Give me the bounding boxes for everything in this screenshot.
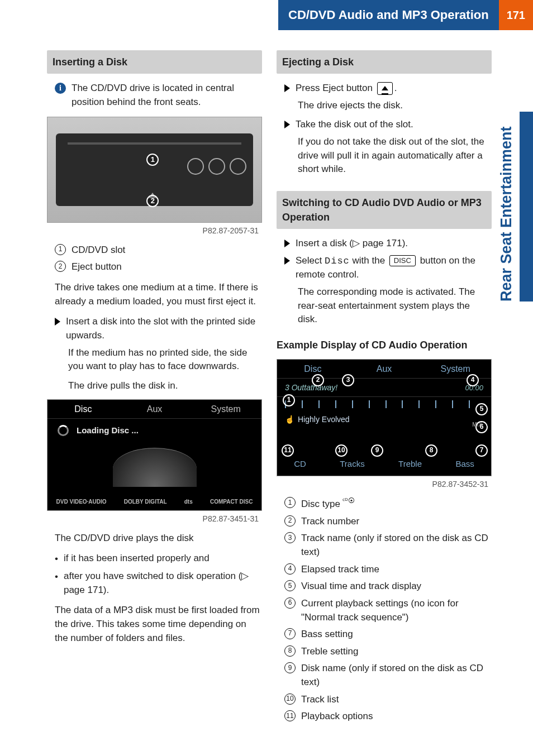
step-arrow-icon (55, 318, 60, 326)
disc-menu-word: Disc (325, 256, 350, 266)
callout-text: Treble setting (301, 645, 358, 659)
bottom-menu: CD Tracks Treble Bass (277, 458, 491, 470)
bottom-bass: Bass (455, 458, 474, 470)
callout-num: 1 (55, 244, 66, 255)
disc-key-icon: DISC (389, 255, 416, 266)
track-ticks (285, 400, 483, 408)
right-column: Ejecting a Disk Press Eject button . The… (277, 50, 516, 730)
side-tab-label: Rear Seat Entertainment (496, 112, 517, 302)
step-sub: The drive pulls the disk in. (68, 379, 262, 393)
page-header: CD/DVD Audio and MP3 Operation 171 (0, 0, 533, 30)
menu-system: System (420, 360, 491, 378)
menu-system: System (190, 400, 261, 418)
step-arrow-icon (284, 257, 290, 265)
step-press-eject: Press Eject button . (284, 82, 492, 95)
figure-loading-screen: Disc Aux System Loading Disc ... DVD VID… (47, 399, 262, 511)
callout-text: Track list (301, 693, 339, 707)
track-row: 3 Outtathaway! (277, 379, 491, 397)
fig-callout: 10 (335, 444, 348, 457)
step-text: Insert a disk (▷ page 171). (296, 237, 408, 251)
step-insert: Insert a disk (▷ page 171). (284, 237, 492, 251)
menu-aux: Aux (349, 360, 420, 378)
step-take-disk: Take the disk out of the slot. (284, 118, 492, 132)
disc-art-icon (113, 448, 197, 487)
callout-num: 2 (284, 515, 296, 527)
paragraph: The drive takes one medium at a time. If… (55, 281, 262, 308)
header-title: CD/DVD Audio and MP3 Operation (278, 0, 499, 30)
left-column: Inserting a Disk i The CD/DVD drive is l… (47, 50, 262, 730)
info-icon: i (55, 83, 66, 94)
spinner-icon (58, 425, 69, 436)
callout-text: CD/DVD slot (72, 243, 125, 257)
step-sub: If the medium has no printed side, the s… (68, 346, 262, 374)
side-tab-bar (520, 112, 533, 302)
fig-callout: 5 (475, 403, 488, 415)
section-switching-heading: Switching to CD Audio DVD Audio or MP3 O… (277, 191, 492, 229)
thumb-icon: ☝ (285, 415, 294, 424)
section-ejecting-heading: Ejecting a Disk (277, 50, 492, 74)
menu-disc: Disc (277, 360, 349, 378)
callout-num: 3 (284, 532, 296, 543)
eject-key-icon (377, 82, 393, 95)
figure-2-label: P82.87-3451-31 (47, 513, 259, 524)
menu-aux: Aux (119, 400, 191, 418)
callout-num: 5 (284, 580, 296, 591)
bullet-icon: • (55, 552, 58, 566)
callout-text: Visual time and track display (301, 580, 421, 594)
drive-illustration: 1 2 (56, 133, 253, 206)
callout-num: 8 (284, 645, 296, 657)
callout-num: 6 (284, 597, 296, 609)
logo-dvd: DVD VIDEO·AUDIO (56, 498, 107, 506)
bullet-list: •if it has been inserted properly and •a… (55, 552, 262, 597)
logo-dts: dts (184, 498, 193, 506)
bullet-text: after you have switched to disk operatio… (64, 570, 262, 597)
step-arrow-icon (284, 121, 290, 128)
step-text: Select Disc with the DISC button on the … (296, 254, 492, 282)
logo-cd: COMPACT DISC (210, 498, 253, 506)
paragraph: The data of a MP3 disk must be first loa… (55, 604, 262, 645)
figure-1-callout-list: 1CD/DVD slot 2Eject button (55, 243, 262, 274)
figure-3-callout-list: 1Disc typeᶜᴰ⦿ 2Track number 3Track name … (284, 496, 492, 724)
album-row: ☝Highly Evolved (277, 412, 491, 427)
step-text: Insert a disk into the slot with the pri… (66, 315, 262, 342)
callout-num: 1 (284, 497, 296, 508)
callout-num: 10 (284, 693, 296, 705)
bullet-text: if it has been inserted properly and (64, 552, 210, 566)
callout-text: Elapsed track time (301, 563, 379, 577)
fig-callout: 3 (342, 374, 354, 386)
callout-num: 2 (55, 261, 66, 272)
loading-row: Loading Disc ... (47, 419, 261, 442)
logo-row: DVD VIDEO·AUDIO DOLBY DIGITAL dts COMPAC… (47, 498, 261, 506)
callout-text: Playback options (301, 710, 373, 724)
bottom-cd: CD (294, 458, 306, 470)
callout-text: Disc typeᶜᴰ⦿ (301, 496, 355, 511)
step-text: Take the disk out of the slot. (296, 118, 413, 132)
callout-text: Current playback settings (no icon for "… (301, 597, 492, 624)
figure-3-label: P82.87-3452-31 (277, 479, 488, 490)
fig-callout: 8 (425, 444, 437, 457)
callout-num: 9 (284, 662, 296, 673)
loading-text: Loading Disc ... (77, 424, 139, 437)
bullet-icon: • (55, 570, 58, 597)
callout-text: Eject button (72, 260, 122, 274)
bottom-tracks: Tracks (340, 458, 364, 470)
drive-buttons (187, 158, 246, 175)
fig-callout: 2 (312, 374, 324, 386)
fig-callout: 1 (283, 394, 295, 406)
figure-callout-1: 1 (146, 154, 159, 166)
info-note: i The CD/DVD drive is located in central… (55, 82, 262, 109)
callout-num: 4 (284, 563, 296, 575)
screen-menubar: Disc Aux System (47, 400, 261, 419)
fig-callout: 11 (282, 444, 294, 457)
bottom-treble: Treble (398, 458, 422, 470)
step-arrow-icon (284, 84, 290, 92)
side-tab: Rear Seat Entertainment (499, 112, 533, 302)
callout-text: Disk name (only if stored on the disk as… (301, 662, 492, 689)
callout-num: 7 (284, 628, 296, 639)
figure-drive-unit: 1 2 (47, 117, 262, 223)
step-select-disc: Select Disc with the DISC button on the … (284, 254, 492, 282)
fig-callout: 4 (467, 374, 479, 386)
section-example-heading: Example Display of CD Audio Operation (277, 338, 492, 352)
logo-dolby: DOLBY DIGITAL (124, 498, 167, 506)
fig-callout: 7 (475, 444, 488, 457)
